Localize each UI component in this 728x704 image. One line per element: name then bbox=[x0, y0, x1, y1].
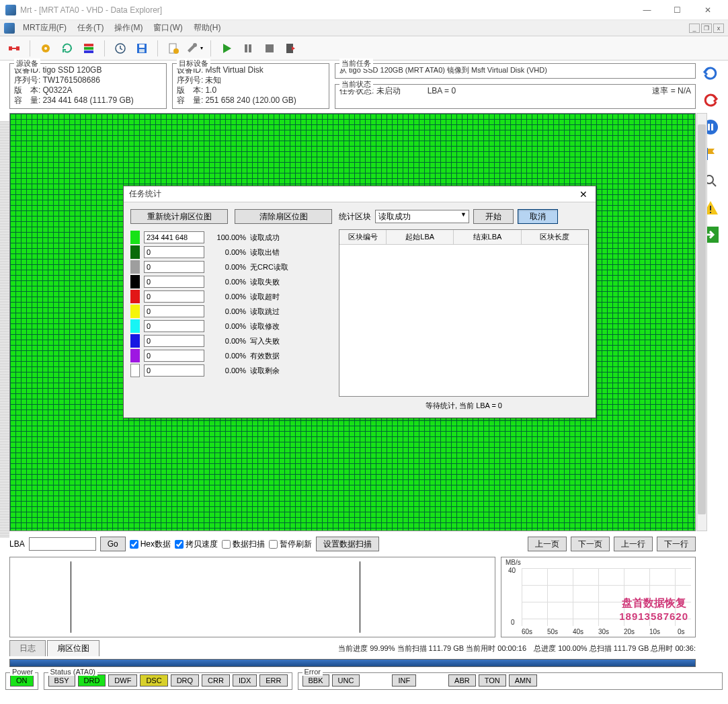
panel-status-ata: Status (ATA0) BSY DRD DWF DSC DRQ CRR ID… bbox=[44, 672, 292, 690]
tb-clock-icon[interactable] bbox=[112, 40, 129, 57]
stat-value-input[interactable] bbox=[144, 276, 204, 288]
progress-bar bbox=[9, 659, 696, 667]
start-button[interactable]: 开始 bbox=[473, 209, 514, 224]
rvt-redo-icon[interactable] bbox=[700, 90, 721, 110]
copy-speed-checkbox[interactable]: 拷贝速度 bbox=[175, 539, 218, 550]
stat-color-swatch bbox=[130, 349, 140, 362]
prev-row-button[interactable]: 上一行 bbox=[614, 537, 653, 551]
hex-checkbox[interactable]: Hex数据 bbox=[130, 539, 171, 550]
graphs-row: MB/s 40 0 60s 50s 40s 30s 20s 10s 0s 盘首数… bbox=[0, 555, 728, 639]
dialog-close-icon[interactable]: ✕ bbox=[577, 189, 590, 200]
stat-color-swatch bbox=[130, 260, 140, 274]
stat-color-swatch bbox=[130, 334, 140, 348]
pause-refresh-checkbox[interactable]: 暂停刷新 bbox=[269, 539, 312, 550]
minimize-button[interactable]: — bbox=[632, 0, 662, 20]
stat-color-swatch bbox=[130, 231, 140, 244]
svg-rect-16 bbox=[266, 44, 274, 52]
stat-value-input[interactable] bbox=[144, 305, 204, 317]
menubar: MRT应用(F) 任务(T) 操作(M) 窗口(W) 帮助(H) _ ❐ x bbox=[0, 20, 728, 36]
stats-block-select[interactable] bbox=[375, 210, 469, 223]
stat-row: 0.00%无CRC读取 bbox=[130, 260, 332, 274]
prev-page-button[interactable]: 上一页 bbox=[528, 537, 567, 551]
window-title: Mrt - [MRT ATA0 - VHD - Data Explorer] bbox=[20, 5, 632, 15]
clear-bitmap-button[interactable]: 清除扇区位图 bbox=[235, 209, 332, 224]
tb-refresh-icon[interactable] bbox=[58, 40, 76, 57]
tb-connector-icon[interactable] bbox=[5, 40, 23, 57]
tb-pause-icon[interactable] bbox=[239, 40, 257, 57]
go-button[interactable]: Go bbox=[100, 537, 126, 551]
rvt-undo-icon[interactable] bbox=[700, 63, 721, 83]
recalc-bitmap-button[interactable]: 重新统计扇区位图 bbox=[130, 209, 228, 224]
next-row-button[interactable]: 下一行 bbox=[657, 537, 696, 551]
mdi-restore[interactable]: ❐ bbox=[701, 24, 712, 33]
toolbar: ▾ bbox=[0, 36, 728, 61]
menu-task[interactable]: 任务(T) bbox=[72, 21, 109, 35]
stat-percent: 0.00% bbox=[208, 322, 246, 330]
stat-value-input[interactable] bbox=[144, 261, 204, 273]
stat-percent: 0.00% bbox=[208, 263, 246, 271]
next-page-button[interactable]: 下一页 bbox=[571, 537, 610, 551]
sector-scrollbar[interactable] bbox=[696, 113, 707, 531]
col-end-lba[interactable]: 结束LBA bbox=[454, 230, 521, 244]
col-block-len[interactable]: 区块长度 bbox=[522, 230, 588, 244]
data-scan-checkbox[interactable]: 数据扫描 bbox=[222, 539, 265, 550]
mdi-close[interactable]: x bbox=[713, 24, 724, 33]
stat-value-input[interactable] bbox=[144, 364, 204, 377]
stat-value-input[interactable] bbox=[144, 290, 204, 303]
col-block-num[interactable]: 区块编号 bbox=[339, 230, 387, 244]
menu-mrt-app[interactable]: MRT应用(F) bbox=[17, 21, 72, 35]
maximize-button[interactable]: ☐ bbox=[662, 0, 692, 20]
stat-color-swatch bbox=[130, 290, 140, 303]
stat-value-input[interactable] bbox=[144, 350, 204, 362]
menu-help[interactable]: 帮助(H) bbox=[188, 21, 227, 35]
stat-percent: 0.00% bbox=[208, 337, 246, 345]
svg-rect-1 bbox=[16, 46, 19, 50]
stat-percent: 0.00% bbox=[208, 307, 246, 315]
close-button[interactable]: ✕ bbox=[692, 0, 723, 20]
tab-log[interactable]: 日志 bbox=[9, 640, 46, 656]
tb-palette-icon[interactable] bbox=[80, 40, 97, 57]
tb-gear-icon[interactable] bbox=[37, 40, 54, 57]
svg-rect-6 bbox=[84, 47, 93, 50]
chip-dwf: DWF bbox=[108, 674, 137, 687]
lba-input[interactable] bbox=[29, 537, 96, 551]
tb-play-icon[interactable] bbox=[218, 40, 235, 57]
watermark: 盘首数据恢复 18913587620 bbox=[619, 596, 688, 622]
tab-bitmap[interactable]: 扇区位图 bbox=[47, 640, 99, 656]
stat-value-input[interactable] bbox=[144, 335, 204, 347]
menu-window[interactable]: 窗口(W) bbox=[148, 21, 188, 35]
tb-wrench-dropdown-icon[interactable]: ▾ bbox=[186, 40, 204, 57]
stat-label: 读取超时 bbox=[250, 292, 280, 302]
cancel-button[interactable]: 取消 bbox=[518, 209, 558, 224]
mdi-minimize[interactable]: _ bbox=[689, 24, 700, 33]
stat-percent: 0.00% bbox=[208, 278, 246, 286]
task-stats-dialog: 任务统计 ✕ 重新统计扇区位图 清除扇区位图 100.00%读取成功0.00%读… bbox=[123, 186, 596, 418]
stat-label: 有效数据 bbox=[250, 351, 280, 361]
panel-current-status: 当前状态 任务状态: 未启动 LBA = 0 速率 = N/A bbox=[335, 84, 696, 109]
tb-doc-config-icon[interactable] bbox=[165, 40, 182, 57]
svg-rect-5 bbox=[84, 44, 93, 46]
stat-row: 0.00%读取跳过 bbox=[130, 305, 332, 318]
info-row: 源设备 设备ID: tigo SSD 120GB 序列号: TW17615086… bbox=[0, 61, 728, 112]
stat-value-input[interactable] bbox=[144, 231, 204, 243]
tb-stop-icon[interactable] bbox=[261, 40, 278, 57]
svg-rect-7 bbox=[84, 50, 93, 53]
stat-label: 读取出错 bbox=[250, 247, 280, 258]
stat-label: 读取修改 bbox=[250, 321, 280, 331]
stat-row: 0.00%读取出错 bbox=[130, 245, 332, 259]
panel-target-legend: 目标设备 bbox=[177, 58, 210, 69]
tb-exit-icon[interactable] bbox=[282, 40, 300, 57]
set-data-scan-button[interactable]: 设置数据扫描 bbox=[316, 537, 379, 551]
stat-value-input[interactable] bbox=[144, 320, 204, 332]
menu-operate[interactable]: 操作(M) bbox=[109, 21, 148, 35]
stat-label: 读取成功 bbox=[250, 233, 280, 243]
col-start-lba[interactable]: 起始LBA bbox=[387, 230, 454, 244]
stat-color-swatch bbox=[130, 319, 140, 333]
tb-save-icon[interactable] bbox=[133, 40, 151, 57]
svg-rect-0 bbox=[9, 46, 12, 50]
current-task-text: 从 tigo SSD 120GB (MRT ATA0) 镜像到 Msft Vir… bbox=[339, 65, 691, 75]
stat-value-input[interactable] bbox=[144, 246, 204, 258]
chip-unc: UNC bbox=[332, 674, 360, 687]
stat-color-swatch bbox=[130, 275, 140, 288]
svg-rect-11 bbox=[139, 49, 145, 52]
